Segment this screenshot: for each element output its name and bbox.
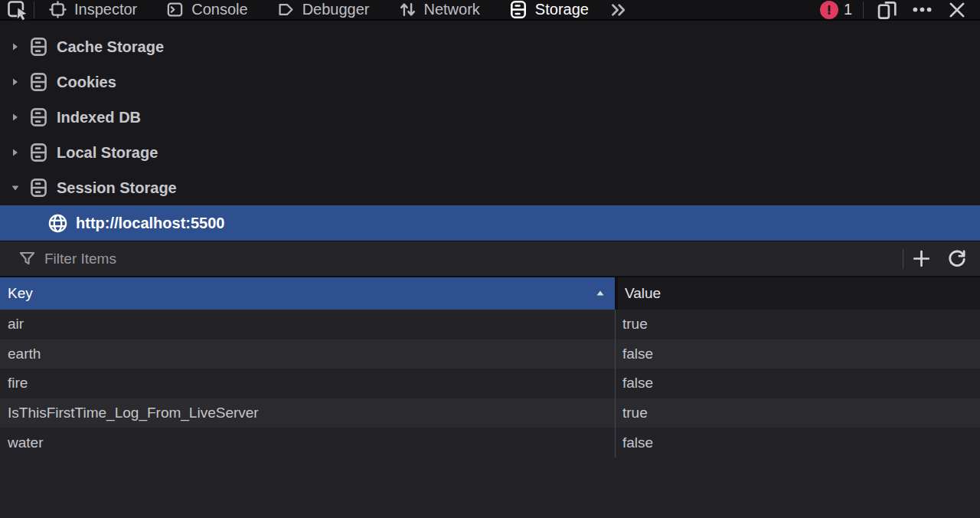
column-header-label: Key xyxy=(8,285,33,302)
cell-key: air xyxy=(0,310,615,339)
tab-network[interactable]: Network xyxy=(384,0,495,19)
tab-label: Network xyxy=(424,1,480,18)
console-icon xyxy=(166,1,184,18)
refresh-button[interactable] xyxy=(939,244,974,274)
tree-item-indexed-db[interactable]: Indexed DB xyxy=(0,100,980,135)
chevron-right-icon[interactable] xyxy=(9,111,21,123)
database-icon xyxy=(29,70,48,93)
storage-filter-toolbar xyxy=(0,241,980,277)
cell-value: true xyxy=(615,398,980,428)
tab-storage[interactable]: Storage xyxy=(495,0,603,19)
tabbar-right-buttons: 1 xyxy=(820,0,980,19)
column-header-label: Value xyxy=(625,285,661,302)
tree-item-cookies[interactable]: Cookies xyxy=(0,64,980,100)
tree-item-label: Cookies xyxy=(57,74,116,91)
tab-inspector[interactable]: Inspector xyxy=(34,0,152,19)
chevron-right-icon[interactable] xyxy=(9,146,21,159)
meatball-menu-icon xyxy=(912,0,933,20)
tab-label: Console xyxy=(191,1,247,18)
table-empty-area xyxy=(0,457,980,518)
database-icon xyxy=(29,176,48,199)
column-header-key[interactable]: Key xyxy=(0,277,615,310)
cell-value: false xyxy=(615,369,980,398)
tabbar-divider xyxy=(863,2,864,18)
inspector-icon xyxy=(49,1,67,18)
storage-tree: Cache Storage Cookies xyxy=(0,21,980,241)
filter-items-input[interactable] xyxy=(44,251,903,267)
tree-item-session-storage[interactable]: Session Storage xyxy=(0,170,980,205)
close-devtools-button[interactable] xyxy=(945,0,969,19)
cell-key: water xyxy=(0,428,615,457)
tree-item-label: Local Storage xyxy=(57,144,158,162)
chevron-right-icon[interactable] xyxy=(9,41,21,53)
cell-key: fire xyxy=(0,369,615,398)
tree-item-localhost-5500-selected[interactable]: http://localhost:5500 xyxy=(0,205,980,241)
console-error-badge[interactable]: 1 xyxy=(820,1,852,19)
pick-element-icon xyxy=(5,0,28,21)
pick-element-button[interactable] xyxy=(0,0,34,19)
network-icon xyxy=(399,1,416,18)
table-row[interactable]: IsThisFirstTime_Log_From_LiveServer true xyxy=(0,398,980,428)
tab-label: Debugger xyxy=(302,1,370,18)
tree-item-label: Indexed DB xyxy=(57,109,141,126)
devtools-menu-button[interactable] xyxy=(910,0,934,19)
table-row[interactable]: earth false xyxy=(0,339,980,369)
tree-item-label: Cache Storage xyxy=(57,38,164,56)
error-icon xyxy=(820,1,838,19)
tree-item-cache-storage[interactable]: Cache Storage xyxy=(0,29,980,64)
error-count: 1 xyxy=(844,1,852,18)
table-row[interactable]: fire false xyxy=(0,369,980,398)
close-icon xyxy=(947,0,967,20)
database-icon xyxy=(29,141,48,164)
devtools-tabbar: Inspector Console Debugger xyxy=(0,0,980,21)
filter-icon xyxy=(18,250,36,267)
cell-value: false xyxy=(615,428,980,457)
tab-debugger[interactable]: Debugger xyxy=(263,0,384,19)
double-chevron-right-icon xyxy=(609,2,628,18)
host-label: http://localhost:5500 xyxy=(76,215,224,232)
tab-label: Inspector xyxy=(74,1,137,18)
add-item-button[interactable] xyxy=(903,244,939,274)
responsive-design-icon xyxy=(877,0,897,20)
cell-key: earth xyxy=(0,339,615,369)
column-header-value[interactable]: Value xyxy=(615,277,980,310)
responsive-design-mode-button[interactable] xyxy=(874,0,899,19)
cell-value: false xyxy=(615,339,980,369)
table-body: air true earth false fire false IsThisFi… xyxy=(0,310,980,457)
database-icon xyxy=(29,106,48,129)
table-row[interactable]: air true xyxy=(0,310,980,339)
overflow-tabs-button[interactable] xyxy=(603,2,634,18)
chevron-down-icon[interactable] xyxy=(9,182,21,194)
storage-icon xyxy=(509,0,528,20)
debugger-icon xyxy=(277,1,295,18)
devtools-window: Inspector Console Debugger xyxy=(0,0,980,518)
globe-icon xyxy=(47,213,68,234)
table-header-row: Key Value xyxy=(0,277,980,310)
refresh-icon xyxy=(946,248,967,269)
cell-value: true xyxy=(615,310,980,339)
plus-icon xyxy=(911,248,932,269)
tab-label: Storage xyxy=(535,1,589,18)
tree-item-local-storage[interactable]: Local Storage xyxy=(0,135,980,170)
tab-console[interactable]: Console xyxy=(152,0,262,19)
database-icon xyxy=(29,35,48,58)
tree-item-label: Session Storage xyxy=(57,179,177,197)
sort-ascending-icon xyxy=(594,287,606,300)
table-row[interactable]: water false xyxy=(0,428,980,457)
cell-key: IsThisFirstTime_Log_From_LiveServer xyxy=(0,398,615,428)
chevron-right-icon[interactable] xyxy=(9,76,21,88)
